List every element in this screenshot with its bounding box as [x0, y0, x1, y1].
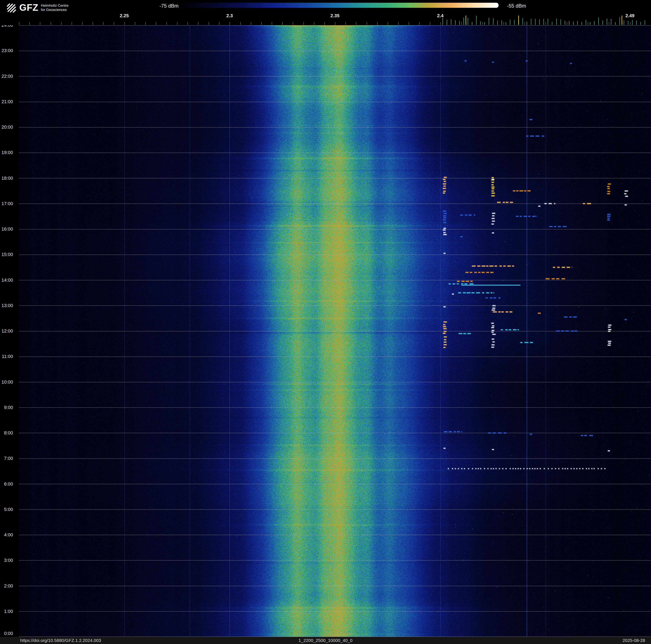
time-label: 0:00: [4, 631, 13, 636]
colorbar-max-label: -55 dBm: [507, 3, 526, 9]
ruler-minor-tick: [177, 22, 178, 25]
logo-brand: GFZ: [19, 2, 38, 13]
ruler-minor-tick: [251, 22, 251, 25]
ruler-minor-tick: [282, 22, 283, 25]
time-label: 7:00: [4, 456, 13, 461]
ruler-minor-tick: [335, 22, 335, 25]
ruler-signal-tick: [552, 22, 552, 25]
ruler-minor-tick: [609, 22, 609, 25]
ruler-minor-tick: [419, 22, 420, 25]
time-label: 1:00: [4, 609, 13, 614]
colorbar-min-label: -75 dBm: [155, 3, 179, 9]
ruler-minor-tick: [229, 22, 230, 25]
ruler-signal-tick: [451, 19, 451, 25]
ruler-signal-tick: [636, 21, 637, 25]
ruler-highlight-tick: [466, 16, 466, 25]
ruler-signal-tick: [476, 16, 476, 25]
ruler-minor-tick: [304, 22, 304, 25]
ruler-signal-tick: [582, 22, 582, 25]
ruler-signal-tick: [539, 19, 540, 25]
ruler-minor-tick: [567, 22, 567, 25]
ruler-signal-tick: [514, 20, 515, 25]
ruler-minor-tick: [261, 22, 262, 25]
ruler-minor-tick: [430, 22, 430, 25]
ruler-signal-tick: [510, 20, 510, 25]
ruler-minor-tick: [461, 22, 462, 25]
ruler-signal-tick: [628, 21, 628, 25]
page-root: GFZ Helmholtz Centre for Geosciences -75…: [0, 0, 651, 644]
ruler-minor-tick: [314, 22, 314, 25]
ruler-minor-tick: [272, 22, 272, 25]
doi-text: https://doi.org/10.5880/GFZ.1.2.2024.003: [20, 638, 101, 643]
ruler-signal-tick: [459, 21, 460, 25]
time-label: 4:00: [4, 532, 13, 538]
time-label: 19:00: [1, 150, 13, 155]
ruler-signal-tick: [480, 22, 481, 25]
ruler-minor-tick: [525, 22, 525, 25]
ruler-signal-tick: [442, 18, 443, 25]
time-label: 3:00: [4, 558, 13, 563]
ruler-highlight-tick: [622, 16, 622, 25]
ruler-minor-tick: [166, 22, 167, 25]
ruler-minor-tick: [19, 22, 19, 25]
ruler-signal-tick: [531, 19, 531, 25]
ruler-minor-tick: [51, 22, 51, 25]
ruler-minor-tick: [377, 22, 378, 25]
time-label: 5:00: [4, 507, 13, 512]
time-label: 8:00: [4, 430, 13, 436]
spectrogram-canvas: [19, 25, 651, 637]
time-label: 14:00: [1, 277, 13, 283]
ruler-signal-tick: [598, 18, 599, 25]
ruler-signal-tick: [527, 22, 527, 25]
ruler-signal-tick: [565, 21, 565, 25]
ruler-signal-tick: [455, 20, 456, 25]
ruler-minor-tick: [209, 22, 209, 25]
time-label: 21:00: [1, 99, 13, 105]
ruler-signal-tick: [485, 22, 485, 25]
ruler-signal-tick: [641, 22, 641, 25]
ruler-signal-tick: [624, 20, 624, 25]
ruler-signal-tick: [569, 21, 569, 25]
ruler-signal-tick: [548, 19, 548, 25]
ruler-minor-tick: [72, 22, 72, 25]
time-label: 18:00: [1, 176, 13, 181]
ruler-minor-tick: [324, 22, 325, 25]
ruler-minor-tick: [145, 22, 146, 25]
ruler-signal-tick: [620, 17, 620, 25]
ruler-minor-tick: [388, 22, 388, 25]
time-label: 11:00: [2, 354, 13, 359]
time-label: 9:00: [4, 405, 13, 410]
ruler-minor-tick: [156, 22, 156, 25]
time-label: 2:00: [4, 583, 13, 589]
time-label: 17:00: [1, 201, 13, 206]
header-bar: GFZ Helmholtz Centre for Geosciences -75…: [0, 0, 651, 25]
ruler-minor-tick: [188, 22, 188, 25]
ruler-signal-tick: [573, 22, 574, 25]
ruler-signal-tick: [447, 20, 447, 25]
ruler-minor-tick: [409, 22, 409, 25]
ruler-minor-tick: [240, 22, 241, 25]
ruler-minor-tick: [61, 22, 62, 25]
time-label: 12:00: [1, 328, 13, 334]
ruler-signal-tick: [602, 20, 603, 25]
ruler-signal-tick: [586, 20, 586, 25]
ruler-minor-tick: [93, 22, 93, 25]
ruler-signal-tick: [501, 20, 502, 25]
ruler-signal-tick: [594, 21, 594, 25]
ruler-signal-tick: [493, 18, 494, 25]
ruler-signal-tick: [556, 19, 557, 25]
ruler-minor-tick: [440, 22, 441, 25]
ruler-minor-tick: [546, 22, 546, 25]
frequency-ruler: [19, 12, 651, 25]
colorbar-gradient: [181, 3, 499, 8]
ruler-minor-tick: [103, 22, 103, 25]
ruler-minor-tick: [219, 22, 219, 25]
ruler-signal-tick: [590, 22, 590, 25]
ruler-minor-tick: [345, 22, 346, 25]
ruler-signal-tick: [577, 21, 578, 25]
time-axis: 24:0023:0022:0021:0020:0019:0018:0017:00…: [0, 0, 18, 644]
ruler-minor-tick: [82, 22, 83, 25]
dataset-id: 1_2200_2500_10000_40_0: [299, 638, 352, 643]
time-label: 15:00: [1, 252, 13, 257]
ruler-minor-tick: [367, 22, 367, 25]
